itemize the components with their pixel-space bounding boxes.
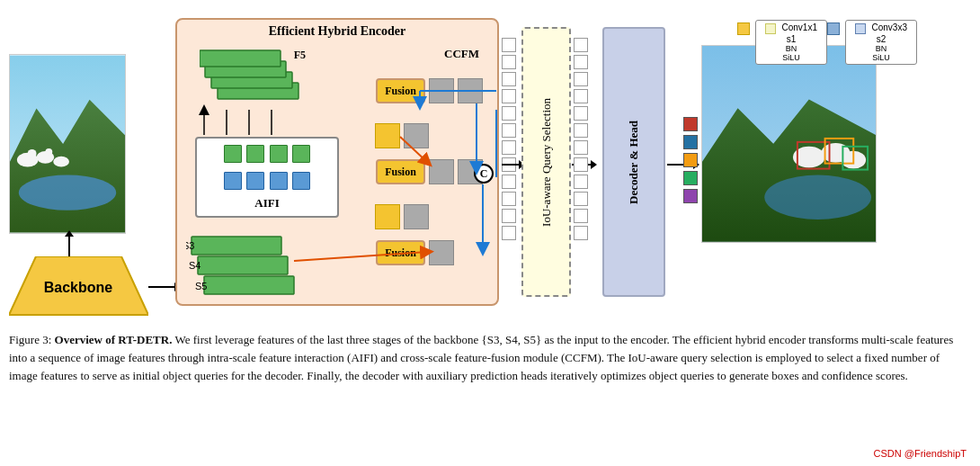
caption: Figure 3: Overview of RT-DETR. We first …	[9, 331, 971, 385]
gray-sq-1	[429, 78, 454, 103]
legend-blue-sq	[827, 22, 840, 35]
output-image	[701, 45, 877, 243]
right-grid-col	[574, 38, 588, 240]
aifi-cell	[270, 172, 288, 190]
legend-conv3x3: Conv3x3 s2 BN SiLU	[845, 20, 917, 65]
f5-layers: F5	[200, 47, 307, 109]
decoder-box: Decoder & Head	[602, 27, 665, 297]
s-layers: S5 S4 S3	[186, 222, 303, 307]
iou-box: IoU-aware Query Selection	[521, 27, 571, 297]
diagram-area: Backbone Efficient Hybrid Encoder F5	[0, 0, 980, 324]
svg-text:Backbone: Backbone	[44, 280, 113, 295]
backbone-shape: Backbone	[9, 256, 148, 318]
aifi-cell	[292, 145, 310, 163]
legend-bn2: BN	[851, 44, 911, 53]
gray-sq-1b	[458, 78, 483, 103]
aifi-cell	[246, 145, 264, 163]
yellow-sq-1	[375, 123, 400, 148]
svg-rect-14	[204, 276, 294, 294]
svg-point-2	[19, 175, 116, 210]
color-red	[683, 117, 698, 131]
svg-point-6	[28, 149, 37, 158]
svg-point-38	[764, 175, 871, 220]
legend-silu1: SiLU	[762, 53, 821, 62]
color-blue	[683, 135, 698, 149]
fusion-box-3: Fusion	[376, 240, 425, 265]
arrow-backbone-encoder	[148, 286, 175, 288]
gray-sq-3	[429, 159, 454, 184]
gray-sq-2	[404, 123, 429, 148]
gray-sq-4	[404, 204, 429, 229]
aifi-cell	[224, 172, 242, 190]
svg-point-5	[53, 157, 69, 167]
yellow-sq-2	[375, 204, 400, 229]
decoder-label: Decoder & Head	[627, 121, 641, 204]
f5-label: F5	[294, 49, 306, 62]
svg-rect-18	[192, 237, 281, 255]
svg-rect-13	[200, 50, 281, 67]
aifi-cell	[270, 145, 288, 163]
legend-conv1x1: Conv1x1 s1 BN SiLU	[755, 20, 827, 65]
svg-text:S5: S5	[195, 281, 207, 291]
input-image	[9, 54, 126, 234]
class-colors	[683, 117, 698, 203]
legend-yellow-sq	[737, 22, 750, 35]
svg-text:S4: S4	[189, 260, 200, 271]
color-purple	[683, 189, 698, 203]
aifi-cell	[224, 145, 242, 163]
ccfm-label: CCFM	[444, 47, 479, 61]
csdn-watermark: CSDN @FriendshipT	[874, 448, 967, 459]
legend-bn1: BN	[762, 44, 821, 53]
legend-conv3x3-label: Conv3x3 s2	[872, 22, 907, 44]
aifi-box: AIFI	[195, 137, 339, 218]
arrow-enc-grid	[502, 164, 520, 166]
svg-rect-16	[198, 256, 288, 274]
c-circle: C	[474, 164, 494, 184]
color-orange	[683, 153, 698, 167]
encoder-title: Efficient Hybrid Encoder	[177, 24, 497, 39]
left-grid-col1	[502, 38, 516, 240]
iou-label: IoU-aware Query Selection	[539, 98, 554, 227]
svg-point-7	[45, 148, 52, 156]
legend-conv1x1-label: Conv1x1 s1	[782, 22, 817, 44]
color-green	[683, 171, 698, 185]
legend-silu2: SiLU	[851, 53, 911, 62]
figure-number: Figure 3:	[9, 333, 51, 346]
caption-bold: Overview of RT-DETR.	[55, 333, 173, 346]
fusion-box-2: Fusion	[376, 159, 425, 184]
gray-sq-5	[429, 240, 454, 265]
svg-text:S3: S3	[186, 240, 194, 251]
aifi-cell	[292, 172, 310, 190]
encoder-box: Efficient Hybrid Encoder F5	[175, 18, 499, 306]
fusion-box-1: Fusion	[376, 78, 425, 103]
aifi-label: AIFI	[223, 196, 312, 211]
aifi-cell	[246, 172, 264, 190]
